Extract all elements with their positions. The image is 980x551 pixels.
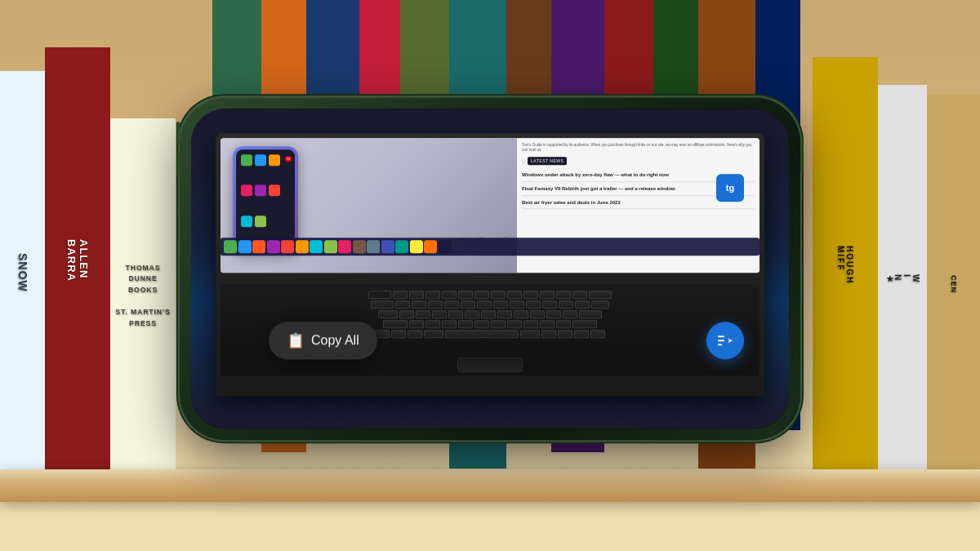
app-icon-7 [241, 216, 252, 227]
key-2 [409, 291, 424, 299]
key-7 [491, 291, 506, 299]
key-f [448, 310, 463, 318]
key-u [493, 300, 508, 309]
key-0 [540, 291, 555, 299]
key-caps [378, 310, 398, 318]
key-6 [474, 291, 489, 299]
key-cmd-r [520, 330, 540, 338]
dock-icon-7 [310, 240, 323, 253]
key-row-fn [229, 291, 751, 299]
svg-rect-1 [718, 340, 724, 341]
app-icon-2 [255, 154, 266, 166]
iphone-mini: 30 [233, 146, 298, 252]
key-arrow-l [558, 330, 572, 338]
power-button[interactable] [800, 138, 804, 171]
dock-icon-4 [267, 240, 280, 253]
key-shift-l [383, 320, 408, 328]
app-icon-6 [269, 184, 280, 196]
volume-down-button[interactable] [176, 153, 180, 176]
app-icon-4 [241, 184, 252, 196]
key-9 [523, 291, 538, 299]
key-del [589, 291, 612, 299]
key-lbr [559, 300, 573, 309]
key-cmd-l [424, 330, 443, 338]
latest-news-row: ★ LATEST NEWS [522, 157, 755, 168]
key-b [474, 320, 489, 328]
book-snow: SNOW [0, 71, 45, 473]
copy-all-button[interactable]: 📋 Copy All [269, 322, 377, 359]
key-w [412, 300, 426, 309]
copy-all-label: Copy All [311, 333, 359, 348]
live-text-icon [716, 331, 734, 349]
mac-dock [220, 238, 760, 256]
dock-icon-9 [338, 240, 351, 253]
key-rbr [575, 300, 590, 309]
iphone-mini-screen: 30 [236, 149, 295, 249]
key-h [481, 310, 496, 318]
key-e [428, 300, 443, 309]
key-per [540, 320, 555, 328]
key-option-r [541, 330, 556, 338]
phone-wrapper: 30 Tom's Guide is supported by its audie… [180, 56, 800, 513]
svg-rect-0 [718, 335, 724, 337]
key-com [523, 320, 538, 328]
key-arrow-u [574, 330, 589, 338]
key-k [514, 310, 528, 318]
phone-body: 30 Tom's Guide is supported by its audie… [180, 97, 800, 440]
key-l [530, 310, 545, 318]
trackpad [457, 358, 523, 372]
key-g [465, 310, 479, 318]
app-icon-3 [269, 154, 280, 166]
key-minus [556, 291, 571, 299]
key-4 [442, 291, 457, 299]
laptop-on-screen: 30 Tom's Guide is supported by its audie… [191, 109, 789, 429]
key-eq [572, 291, 587, 299]
key-o [526, 300, 541, 309]
key-space [445, 330, 519, 338]
tg-badge: tg [716, 174, 744, 202]
key-j [497, 310, 512, 318]
key-row-q [229, 300, 751, 309]
latest-news-badge: LATEST NEWS [528, 157, 567, 165]
key-esc [368, 291, 391, 299]
key-ctrl [391, 330, 406, 338]
dock-icon-15 [424, 240, 437, 253]
key-option-l [408, 330, 422, 338]
book-hough: HOUGHMIFF [813, 57, 878, 473]
key-s [416, 310, 430, 318]
key-q [395, 300, 410, 309]
dock-icon-16 [439, 240, 452, 253]
key-row-a [229, 310, 751, 318]
volume-up-button[interactable] [176, 122, 180, 144]
banner-text: Tom's Guide is supported by its audience… [522, 143, 755, 153]
key-sc [546, 310, 561, 318]
star-icon: ★ [522, 160, 525, 165]
app-icon-1 [241, 154, 252, 166]
dock-icon-5 [281, 240, 294, 253]
key-ap [563, 310, 577, 318]
svg-rect-2 [718, 344, 722, 345]
key-x [425, 320, 440, 328]
phone-screen: 30 Tom's Guide is supported by its audie… [191, 109, 789, 429]
notification-badge: 30 [285, 156, 292, 162]
key-shift-r [572, 320, 597, 328]
key-8 [507, 291, 522, 299]
key-v [458, 320, 473, 328]
dock-icon-14 [410, 240, 423, 253]
key-5 [458, 291, 473, 299]
key-tab [371, 300, 394, 309]
key-m [507, 320, 522, 328]
app-icon-5 [255, 184, 266, 196]
key-p [542, 300, 557, 309]
blue-circle-button[interactable] [706, 322, 744, 359]
key-r [444, 300, 459, 309]
book-thomas: THOMASDUNNEBOOKSST. MARTIN'SPRESS [110, 118, 176, 473]
news-item-3: Best air fryer sales and deals in June 2… [522, 200, 755, 210]
dock-icon-2 [238, 240, 252, 253]
key-z [409, 320, 424, 328]
key-t [461, 300, 475, 309]
key-arrow-r [590, 330, 605, 338]
background: SNOW ALLENBARRA THOMASDUNNEBOOKSST. MART… [0, 0, 980, 551]
dock-icon-1 [224, 240, 237, 253]
key-n [491, 320, 506, 328]
